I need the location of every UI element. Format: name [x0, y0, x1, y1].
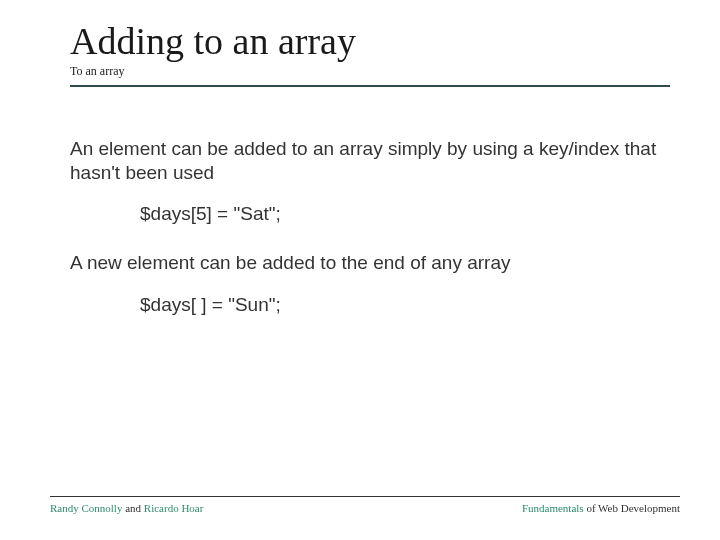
author-joiner: and [122, 502, 143, 514]
paragraph-2: A new element can be added to the end of… [70, 251, 670, 275]
code-example-2: $days[ ] = "Sun"; [140, 293, 670, 318]
slide: Adding to an array To an array An elemen… [0, 0, 720, 540]
title-underline [70, 85, 670, 87]
footer-row: Randy Connolly and Ricardo Hoar Fundamen… [50, 502, 680, 514]
slide-body: An element can be added to an array simp… [70, 137, 670, 318]
footer-authors: Randy Connolly and Ricardo Hoar [50, 502, 203, 514]
author-2: Ricardo Hoar [144, 502, 204, 514]
author-1: Randy Connolly [50, 502, 122, 514]
book-title-accent: Fundamentals [522, 502, 584, 514]
code-example-1: $days[5] = "Sat"; [140, 202, 670, 227]
slide-subtitle: To an array [70, 64, 670, 79]
book-title-rest: of Web Development [584, 502, 680, 514]
paragraph-1: An element can be added to an array simp… [70, 137, 670, 185]
footer-book-title: Fundamentals of Web Development [522, 502, 680, 514]
footer: Randy Connolly and Ricardo Hoar Fundamen… [50, 496, 680, 514]
slide-title: Adding to an array [70, 22, 670, 62]
footer-rule [50, 496, 680, 497]
